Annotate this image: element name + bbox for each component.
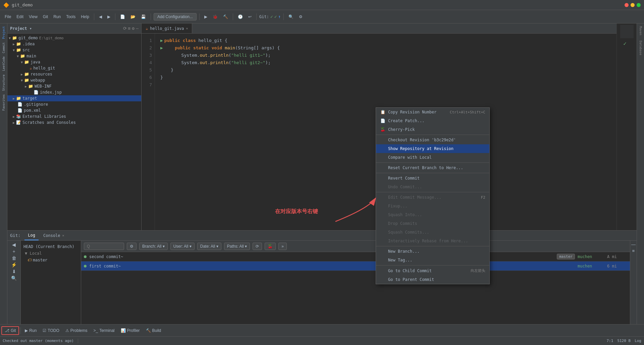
ctx-checkout-revision[interactable]: Checkout Revision 'b3c29e2d' [376,136,489,144]
build-tool-btn[interactable]: 🔨 Build [143,327,164,334]
commit-row[interactable]: first commit~ muchen 6 mi [81,261,630,271]
tab-console[interactable]: Console ✕ [40,231,68,240]
undo-btn[interactable]: ↩ [246,13,254,20]
list-item[interactable]: 📄 .gitignore [7,101,141,107]
menu-view[interactable]: View [27,13,40,20]
cherry-pick-btn[interactable]: 🍒 [265,243,276,250]
maven-icon[interactable]: Maven [638,25,643,37]
refresh-btn[interactable]: ⟳ [253,243,262,250]
list-item[interactable]: ▶ 📁 target [7,95,141,101]
open-btn[interactable]: 📂 [128,13,138,20]
list-item[interactable]: ▼ 📁 src [7,47,141,53]
list-item[interactable]: ▼ 📁 main [7,53,141,59]
problems-tool-btn[interactable]: ⚠ Problems [63,327,90,334]
minimize-btn[interactable] [631,3,635,7]
head-branch-item[interactable]: HEAD (Current Branch) [21,243,81,250]
list-item[interactable]: ▶ 📁 resources [7,71,141,77]
ctx-create-patch[interactable]: 📄 Create Patch... [376,116,489,125]
commit-row[interactable]: second commit~ master muchen A mi [81,252,630,261]
ctx-copy-revision[interactable]: 📋 Copy Revision Number Ctrl+Alt+Shift+C [376,108,489,116]
collapse-icon[interactable]: ≡ [128,26,131,31]
fetch-btn[interactable]: ⬇ [12,269,16,274]
minimize-panel-icon[interactable]: — [136,26,139,31]
save-btn[interactable]: 💾 [139,13,148,20]
ctx-new-tag[interactable]: New Tag... [376,256,489,264]
title-bar: 🔶 git_demo [0,0,644,10]
list-item[interactable]: 📄 index.jsp [7,89,141,95]
expand-right-btn[interactable]: ≡ [632,248,635,253]
leetcode-sidebar-icon[interactable]: LeetCode [1,55,6,72]
merge-btn[interactable]: ⚡ [11,262,17,267]
back-btn[interactable]: ◀ [97,13,104,20]
ctx-goto-parent[interactable]: Go to Parent Commit [376,275,489,284]
settings-btn[interactable]: ⚙ [297,13,305,20]
commit-message-2: first commit~ [89,264,575,268]
menu-run[interactable]: Run [51,13,63,20]
push-btn[interactable]: 🔍 [11,276,17,281]
ctx-goto-child[interactable]: Go to Child Commit 向左箭头 [376,266,489,275]
add-configuration-button[interactable]: Add Configuration... [154,13,197,20]
branch-tree: HEAD (Current Branch) ▼ Local 🏷 master [21,241,81,324]
sync-icon[interactable]: ⟳ [123,26,127,31]
paths-filter[interactable]: Paths: All ▾ [224,243,250,250]
menu-tools[interactable]: Tools [64,13,77,20]
run-btn[interactable]: ▶ [202,13,209,20]
tab-log[interactable]: Log [24,231,39,240]
history-btn[interactable]: 🕐 [236,13,245,20]
search-everywhere-btn[interactable]: 🔍 [286,13,296,20]
list-item[interactable]: ▼ 📁 java [7,59,141,65]
main-split: Project ▾ ⟳ ≡ ⚙ — ▼ 📁 git_demo E:\git_de… [7,23,637,230]
ctx-copy-revision-label: Copy Revision Number [388,110,437,114]
list-item[interactable]: ▼ 📁 webapp [7,77,141,83]
git-tool-btn[interactable]: ⎇ Git [1,326,19,335]
ctx-compare-local[interactable]: Compare with Local [376,153,489,162]
list-item[interactable]: 📄 pom.xml [7,107,141,113]
status-right: 7:1 5120 B Log [607,339,642,343]
todo-tool-btn[interactable]: ☑ TODO [40,327,62,334]
menu-help[interactable]: Help [79,13,91,20]
terminal-tool-btn[interactable]: >_ Terminal [91,327,117,334]
build-btn[interactable]: 🔨 [221,13,230,20]
tree-root[interactable]: ▼ 📁 git_demo E:\git_demo [7,35,141,41]
add-branch-btn[interactable]: + [12,249,15,254]
settings-filter-btn[interactable]: ⚙ [127,243,137,250]
maximize-btn[interactable] [637,3,641,7]
list-item[interactable]: ▶ 📁 .idea [7,41,141,47]
close-btn[interactable] [625,3,629,7]
branch-filter[interactable]: Branch: All ▾ [139,243,168,250]
ctx-reset-branch[interactable]: Reset Current Branch to Here... [376,163,489,172]
ctx-show-repository[interactable]: Show Repository at Revision [376,144,489,153]
database-icon[interactable]: Database [638,39,643,56]
user-filter[interactable]: User: All ▾ [170,243,195,250]
ctx-cherry-pick[interactable]: 🍒 Cherry-Pick [376,125,489,134]
menu-git[interactable]: Git [41,13,50,20]
more-btn[interactable]: » [278,243,287,250]
forward-btn[interactable]: ▶ [105,13,112,20]
delete-btn[interactable]: 🗑 [12,255,16,261]
collapse-all-btn[interactable]: ◀ [12,242,16,247]
ctx-revert-commit[interactable]: Revert Commit [376,174,489,183]
master-branch-item[interactable]: 🏷 master [21,257,81,263]
profiler-tool-btn[interactable]: 📊 Profiler [118,327,143,334]
menu-file[interactable]: File [3,13,13,20]
project-sidebar-icon[interactable]: Project [1,25,6,40]
menu-edit[interactable]: Edit [14,13,25,20]
ctx-new-branch[interactable]: New Branch... [376,247,489,256]
collapse-right-btn[interactable]: — [631,242,636,247]
tab-close-btn[interactable]: ✕ [186,27,188,30]
date-filter[interactable]: Date: All ▾ [197,243,221,250]
new-file-btn[interactable]: 📄 [118,13,127,20]
favorites-sidebar-icon[interactable]: Favorites [1,93,6,112]
tab-hello-git[interactable]: ☕ hello_git.java ✕ [142,23,192,33]
run-tool-btn[interactable]: ▶ Run [22,327,39,334]
list-item[interactable]: ▶ 📚 External Libraries [7,113,141,119]
git-search-input[interactable] [84,243,124,250]
settings-panel-icon[interactable]: ⚙ [132,26,135,31]
list-item[interactable]: ☕ hello_git [7,65,141,71]
debug-btn[interactable]: 🐞 [211,13,220,20]
list-item[interactable]: ▶ 📁 WEB-INF [7,83,141,89]
structure-sidebar-icon[interactable]: Structure [1,73,6,92]
commit-sidebar-icon[interactable]: Commit [1,41,6,55]
console-close[interactable]: ✕ [62,234,64,237]
list-item[interactable]: ▶ 📝 Scratches and Consoles [7,119,141,126]
